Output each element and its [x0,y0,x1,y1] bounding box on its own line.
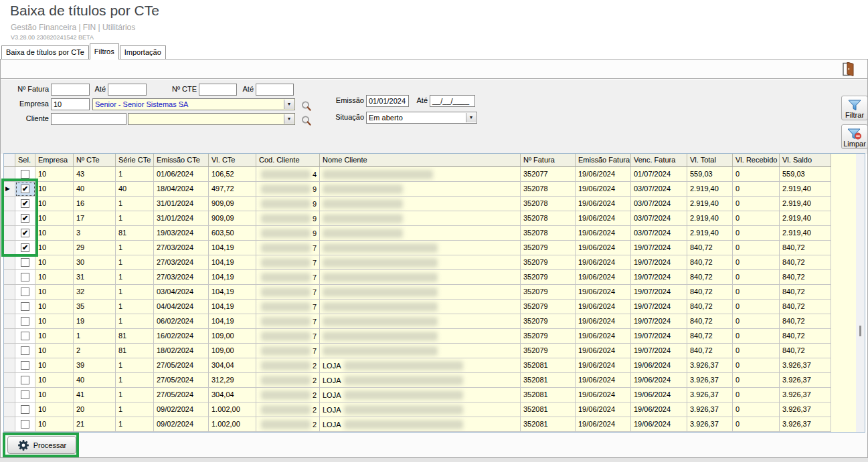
select-cell[interactable] [15,255,35,270]
row-checkbox[interactable] [21,376,29,384]
row-checkbox[interactable]: ✔ [21,185,29,193]
cell-vl-total: 559,03 [687,167,733,182]
scrollbar-thumb[interactable] [859,326,861,336]
cell-n-cte: 21 [74,417,116,432]
tab-baixa[interactable]: Baixa de títulos por CTe [1,45,89,59]
select-cell[interactable] [15,314,35,329]
emissao-de-input[interactable]: 01/01/2024 [366,95,409,107]
column-header[interactable]: Série CTe [116,154,154,167]
row-indicator-cell[interactable] [4,300,15,314]
select-cell[interactable]: ✔ [15,241,35,255]
column-header[interactable]: Cod. Cliente [256,154,320,167]
cell-vl-saldo: 840,72 [780,255,831,270]
column-header[interactable]: Venc. Fatura [631,154,687,167]
row-indicator-cell[interactable] [4,417,15,432]
empresa-search-icon[interactable] [300,100,313,112]
select-cell[interactable] [15,358,35,373]
row-indicator-cell[interactable] [4,402,15,417]
column-header[interactable]: Vl. Total [687,154,733,167]
cliente-search-icon[interactable] [300,115,313,127]
chevron-down-icon[interactable]: ▼ [284,100,294,109]
cell-nome-cliente [320,270,521,285]
exit-door-icon[interactable] [843,62,855,76]
column-header[interactable]: Vl. Recebido [733,154,780,167]
limpar-button[interactable]: Limpar [841,124,868,149]
row-checkbox[interactable] [21,420,29,429]
select-cell[interactable] [15,402,35,417]
select-cell[interactable] [15,300,35,314]
row-checkbox[interactable] [21,273,29,281]
row-indicator-cell[interactable] [4,226,15,241]
empresa-codigo-input[interactable]: 10 [51,98,90,110]
grid-vertical-scrollbar[interactable] [856,154,865,432]
column-header[interactable]: Nº Fatura [521,154,576,167]
column-header[interactable]: Empresa [35,154,74,167]
select-cell[interactable]: ✔ [15,197,35,211]
row-checkbox[interactable] [21,302,29,311]
row-indicator-cell[interactable] [4,314,15,329]
column-header[interactable]: Vl. Saldo [780,154,831,167]
cell-emissao-cte: 04/04/2024 [154,300,209,314]
fatura-ate-input[interactable] [108,84,147,96]
row-indicator-cell[interactable] [4,329,15,344]
row-checkbox[interactable]: ✔ [21,199,29,208]
row-checkbox[interactable] [21,390,29,399]
row-checkbox[interactable] [21,170,29,179]
column-header[interactable]: Vl. CTe [209,154,256,167]
row-indicator-cell[interactable] [4,373,15,388]
row-checkbox[interactable] [21,361,29,370]
cell-vl-total: 840,72 [687,329,733,344]
select-cell[interactable]: ✔ [15,211,35,226]
select-cell[interactable] [15,344,35,358]
chevron-down-icon[interactable]: ▼ [284,114,294,124]
select-cell[interactable]: ✔ [15,226,35,241]
column-header[interactable]: Nome Cliente [320,154,521,167]
row-indicator-cell[interactable] [4,241,15,255]
row-indicator-cell[interactable] [4,285,15,300]
row-indicator-cell[interactable]: ▶ [4,182,15,197]
situacao-combo[interactable]: Em aberto▼ [366,112,477,124]
empresa-combo[interactable]: Senior - Senior Sistemas SA▼ [92,98,295,110]
column-header[interactable]: Emissão Fatura [576,154,631,167]
row-checkbox[interactable] [21,258,29,267]
cliente-combo[interactable]: ▼ [128,113,295,125]
filtrar-button[interactable]: Filtrar [841,96,868,120]
row-indicator-cell[interactable] [4,344,15,358]
fatura-de-input[interactable] [51,84,90,96]
cell-vl-total: 3.926,37 [687,402,733,417]
select-cell[interactable] [15,329,35,344]
select-cell[interactable] [15,388,35,402]
processar-button[interactable]: Processar [7,436,76,454]
column-header[interactable]: Emissão CTe [154,154,209,167]
row-checkbox[interactable]: ✔ [21,229,29,237]
chevron-down-icon[interactable]: ▼ [466,113,476,122]
select-cell[interactable]: ✔ [15,182,35,197]
row-indicator-cell[interactable] [4,211,15,226]
row-indicator-cell[interactable] [4,358,15,373]
emissao-ate-input[interactable]: __/__/____ [430,95,475,107]
column-header[interactable]: Nº CTe [74,154,116,167]
tab-filtros[interactable]: Filtros [90,43,119,60]
row-checkbox[interactable] [21,317,29,326]
select-cell[interactable] [15,373,35,388]
row-indicator-cell[interactable] [4,167,15,182]
row-checkbox[interactable] [21,332,29,340]
tab-importacao[interactable]: Importação [120,45,166,59]
row-indicator-cell[interactable] [4,197,15,211]
row-checkbox[interactable]: ✔ [21,214,29,223]
row-indicator-cell[interactable] [4,270,15,285]
select-cell[interactable] [15,285,35,300]
column-header[interactable]: Sel. [15,154,35,167]
select-cell[interactable] [15,270,35,285]
row-checkbox[interactable] [21,405,29,414]
row-indicator-cell[interactable] [4,388,15,402]
select-cell[interactable] [15,167,35,182]
row-checkbox[interactable]: ✔ [21,243,29,252]
cte-ate-input[interactable] [256,84,294,96]
row-checkbox[interactable] [21,287,29,296]
cte-de-input[interactable] [199,84,237,96]
select-cell[interactable] [15,417,35,432]
row-indicator-cell[interactable] [4,255,15,270]
cliente-codigo-input[interactable] [51,113,126,125]
row-checkbox[interactable] [21,346,29,355]
